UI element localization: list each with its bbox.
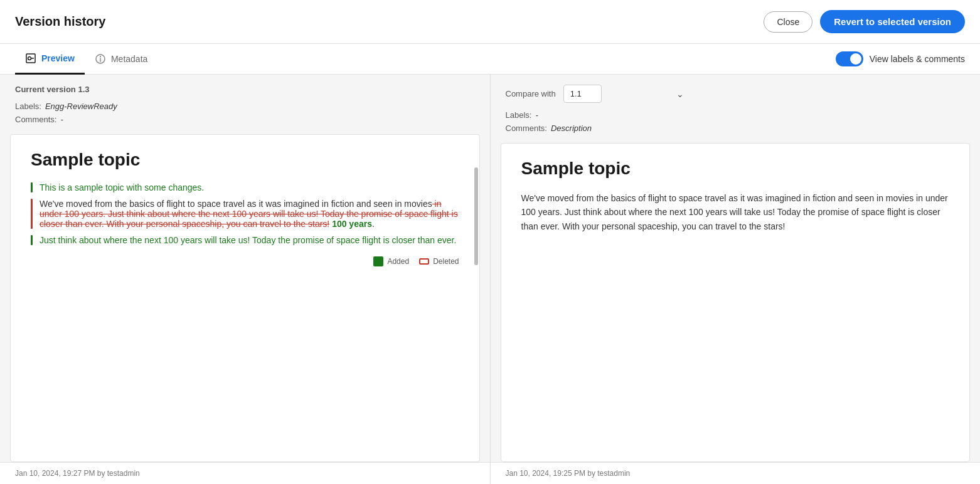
right-panel-header: Compare with 1.1 1.2 1.0 ⌄ Labels: - — [491, 75, 981, 143]
green-bar — [31, 182, 33, 192]
tab-metadata-label: Metadata — [111, 54, 147, 64]
right-comments-value: Description — [551, 124, 592, 133]
page-title: Version history — [15, 14, 106, 29]
right-labels-row: Labels: - — [506, 110, 966, 120]
right-comments-row: Comments: Description — [506, 124, 966, 133]
comments-row: Comments: - — [15, 115, 475, 124]
left-footer-text: Jan 10, 2024, 19:27 PM by testadmin — [15, 469, 140, 478]
left-doc-preview: Sample topic This is a sample topic with… — [10, 134, 480, 462]
modified-para: We've moved from the basics of flight to… — [31, 199, 459, 229]
tabs-left: Preview Metadata — [15, 44, 157, 74]
right-comments-key: Comments: — [506, 124, 547, 133]
compare-label: Compare with — [506, 89, 556, 98]
tabs-right: View labels & comments — [836, 51, 965, 66]
toggle-label: View labels & comments — [870, 54, 965, 64]
metadata-icon — [95, 53, 106, 65]
left-doc-title: Sample topic — [31, 150, 459, 170]
compare-select-wrapper: 1.1 1.2 1.0 ⌄ — [563, 85, 689, 103]
tabs-bar: Preview Metadata View labels & comments — [0, 44, 980, 75]
left-panel-meta: Labels: Engg-ReviewReady Comments: - — [15, 102, 475, 124]
labels-row: Labels: Engg-ReviewReady — [15, 102, 475, 111]
tab-metadata[interactable]: Metadata — [85, 44, 157, 75]
tab-preview[interactable]: Preview — [15, 44, 85, 75]
green-bar-2 — [31, 235, 33, 245]
right-doc-content: We've moved from the basics of flight to… — [521, 191, 950, 233]
svg-point-1 — [28, 57, 31, 60]
right-panel-meta: Labels: - Comments: Description — [506, 110, 966, 133]
right-labels-key: Labels: — [506, 110, 532, 120]
right-doc-preview: Sample topic We've moved from the basics… — [501, 143, 971, 462]
revert-button[interactable]: Revert to selected version — [820, 10, 965, 33]
header: Version history Close Revert to selected… — [0, 0, 980, 44]
legend-added: Added — [373, 256, 409, 266]
red-bar — [31, 199, 33, 229]
labels-key: Labels: — [15, 102, 41, 111]
legend-deleted-square — [419, 258, 429, 265]
legend: Added Deleted — [31, 251, 459, 269]
labels-value: Engg-ReviewReady — [45, 102, 117, 111]
left-panel-header: Current version 1.3 Labels: Engg-ReviewR… — [0, 75, 490, 134]
comments-value: - — [60, 115, 63, 124]
right-panel: Compare with 1.1 1.2 1.0 ⌄ Labels: - — [491, 75, 981, 484]
preview-icon — [25, 53, 36, 64]
close-button[interactable]: Close — [764, 11, 812, 33]
scrollbar[interactable] — [474, 167, 478, 265]
legend-deleted: Deleted — [419, 257, 459, 266]
tab-preview-label: Preview — [41, 53, 75, 63]
compare-select[interactable]: 1.1 1.2 1.0 — [563, 85, 602, 103]
legend-deleted-label: Deleted — [433, 257, 459, 266]
added-para: This is a sample topic with some changes… — [31, 182, 459, 192]
header-actions: Close Revert to selected version — [764, 10, 965, 33]
new-added-text: Just think about where the next 100 year… — [40, 235, 459, 245]
right-doc-title: Sample topic — [521, 159, 950, 179]
chevron-down-icon: ⌄ — [676, 89, 684, 99]
right-labels-value: - — [535, 110, 538, 120]
panels-container: Current version 1.3 Labels: Engg-ReviewR… — [0, 75, 980, 484]
comments-key: Comments: — [15, 115, 56, 124]
right-doc-para: We've moved from the basics of flight to… — [521, 191, 950, 233]
view-labels-toggle[interactable] — [836, 51, 863, 66]
added-bold-text: 100 years — [332, 219, 372, 229]
right-panel-footer: Jan 10, 2024, 19:25 PM by testadmin — [491, 462, 981, 484]
modified-text: We've moved from the basics of flight to… — [40, 199, 459, 229]
version-label: Current version 1.3 — [15, 85, 475, 94]
added-text: This is a sample topic with some changes… — [40, 182, 459, 192]
left-panel-footer: Jan 10, 2024, 19:27 PM by testadmin — [0, 462, 490, 484]
new-added-para: Just think about where the next 100 year… — [31, 235, 459, 245]
left-panel: Current version 1.3 Labels: Engg-ReviewR… — [0, 75, 491, 484]
right-footer-text: Jan 10, 2024, 19:25 PM by testadmin — [506, 469, 631, 478]
legend-added-label: Added — [387, 257, 409, 266]
legend-green-square — [373, 256, 383, 266]
normal-text-start: We've moved from the basics of flight to… — [40, 199, 432, 209]
compare-row: Compare with 1.1 1.2 1.0 ⌄ — [506, 85, 966, 103]
